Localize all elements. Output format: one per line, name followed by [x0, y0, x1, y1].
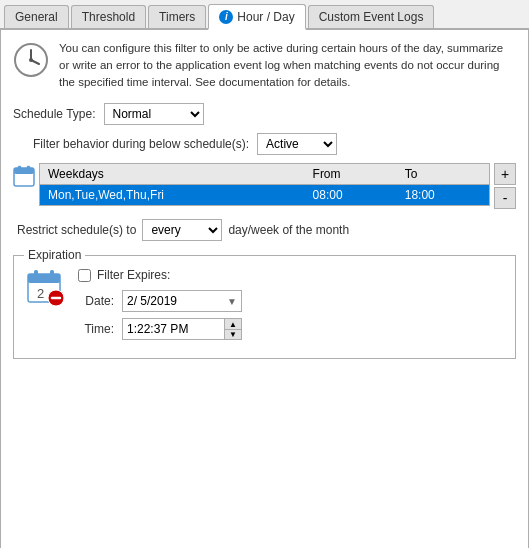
cell-to: 18:00: [397, 185, 489, 206]
filter-behavior-row: Filter behavior during below schedule(s)…: [13, 133, 516, 155]
filter-expires-row: Filter Expires:: [78, 268, 503, 282]
restrict-row: Restrict schedule(s) to every 1st 2nd 3r…: [13, 219, 516, 241]
add-remove-buttons: + -: [494, 163, 516, 209]
time-increment-button[interactable]: ▲: [225, 319, 241, 329]
svg-point-3: [29, 58, 33, 62]
svg-rect-5: [14, 168, 34, 174]
schedule-type-select[interactable]: Normal Active Inactive: [104, 103, 204, 125]
tab-threshold-label: Threshold: [82, 10, 135, 24]
cell-weekdays: Mon,Tue,Wed,Thu,Fri: [40, 185, 305, 206]
restrict-prefix: Restrict schedule(s) to: [17, 223, 136, 237]
filter-expires-checkbox[interactable]: [78, 269, 91, 282]
time-spinner: ▲ ▼: [224, 319, 241, 339]
restrict-suffix: day/week of the month: [228, 223, 349, 237]
info-icon: i: [219, 10, 233, 24]
svg-rect-10: [34, 270, 38, 278]
filter-expires-label: Filter Expires:: [97, 268, 170, 282]
tab-custom-event-logs[interactable]: Custom Event Logs: [308, 5, 435, 28]
expiration-fields: Filter Expires: Date: 2/ 5/2019 ▼ Time: …: [78, 268, 503, 346]
col-to: To: [397, 164, 489, 185]
time-input[interactable]: 1:22:37 PM ▲ ▼: [122, 318, 242, 340]
tab-timers[interactable]: Timers: [148, 5, 206, 28]
svg-text:2: 2: [37, 286, 44, 301]
restrict-select[interactable]: every 1st 2nd 3rd 4th last: [142, 219, 222, 241]
svg-rect-11: [50, 270, 54, 278]
table-row[interactable]: Mon,Tue,Wed,Thu,Fri 08:00 18:00: [40, 185, 489, 206]
schedule-type-label: Schedule Type:: [13, 107, 96, 121]
date-value: 2/ 5/2019: [127, 294, 227, 308]
tab-hour-day-content: i Hour / Day: [219, 10, 294, 24]
time-decrement-button[interactable]: ▼: [225, 330, 241, 340]
svg-rect-6: [18, 166, 21, 171]
clock-icon: [13, 42, 49, 78]
svg-rect-7: [27, 166, 30, 171]
tab-bar: General Threshold Timers i Hour / Day Cu…: [0, 0, 529, 30]
tab-hour-day[interactable]: i Hour / Day: [208, 4, 305, 30]
cell-from: 08:00: [305, 185, 397, 206]
schedule-table: Weekdays From To Mon,Tue,Wed,Thu,Fri 08:…: [39, 163, 490, 206]
col-from: From: [305, 164, 397, 185]
date-dropdown-arrow: ▼: [227, 296, 237, 307]
expiration-inner: 2 Filter Expires: Date: 2/ 5/2019 ▼: [26, 268, 503, 346]
remove-schedule-button[interactable]: -: [494, 187, 516, 209]
schedule-type-row: Schedule Type: Normal Active Inactive: [13, 103, 516, 125]
tab-hour-day-label: Hour / Day: [237, 10, 294, 24]
tab-custom-event-logs-label: Custom Event Logs: [319, 10, 424, 24]
expiration-legend: Expiration: [24, 248, 85, 262]
filter-behavior-select[interactable]: Active Inactive: [257, 133, 337, 155]
date-input[interactable]: 2/ 5/2019 ▼: [122, 290, 242, 312]
info-text: You can configure this filter to only be…: [59, 40, 516, 92]
col-weekdays: Weekdays: [40, 164, 305, 185]
expiration-group: Expiration 2 Filter Expires:: [13, 255, 516, 359]
add-schedule-button[interactable]: +: [494, 163, 516, 185]
calendar-icon: [13, 165, 35, 187]
filter-behavior-label: Filter behavior during below schedule(s)…: [33, 137, 249, 151]
tab-threshold[interactable]: Threshold: [71, 5, 146, 28]
tab-general-label: General: [15, 10, 58, 24]
time-label: Time:: [78, 322, 114, 336]
main-content: You can configure this filter to only be…: [0, 30, 529, 549]
time-value: 1:22:37 PM: [123, 319, 224, 339]
tab-timers-label: Timers: [159, 10, 195, 24]
schedule-table-area: Weekdays From To Mon,Tue,Wed,Thu,Fri 08:…: [13, 163, 516, 209]
date-row: Date: 2/ 5/2019 ▼: [78, 290, 503, 312]
date-label: Date:: [78, 294, 114, 308]
svg-rect-9: [28, 274, 60, 283]
time-row: Time: 1:22:37 PM ▲ ▼: [78, 318, 503, 340]
expiration-calendar-icon: 2: [26, 268, 66, 308]
tab-general[interactable]: General: [4, 5, 69, 28]
info-row: You can configure this filter to only be…: [13, 40, 516, 92]
